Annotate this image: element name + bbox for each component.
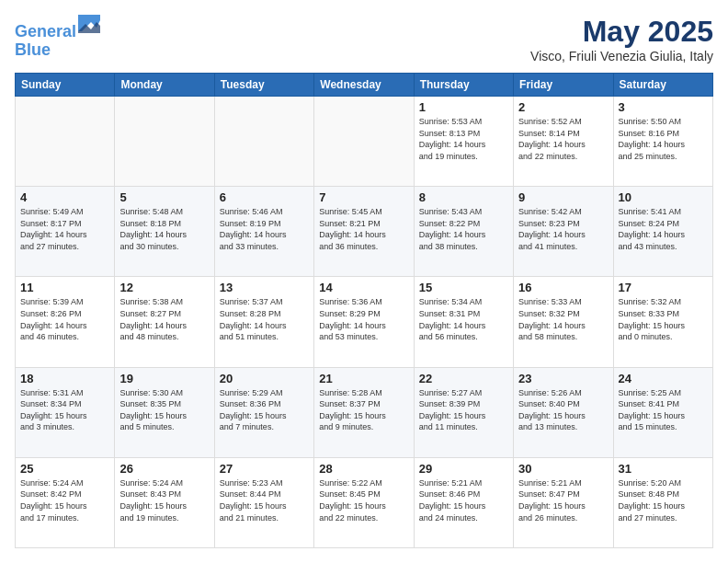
calendar-cell: 25Sunrise: 5:24 AM Sunset: 8:42 PM Dayli… [16, 457, 115, 547]
day-info: Sunrise: 5:48 AM Sunset: 8:18 PM Dayligh… [119, 206, 209, 252]
day-info: Sunrise: 5:24 AM Sunset: 8:43 PM Dayligh… [119, 477, 209, 523]
day-number: 5 [119, 190, 209, 204]
day-number: 30 [518, 462, 608, 476]
calendar-cell: 23Sunrise: 5:26 AM Sunset: 8:40 PM Dayli… [514, 367, 613, 457]
calendar-cell: 27Sunrise: 5:23 AM Sunset: 8:44 PM Dayli… [214, 457, 313, 547]
day-number: 16 [518, 281, 608, 294]
day-info: Sunrise: 5:41 AM Sunset: 8:24 PM Dayligh… [619, 206, 708, 252]
calendar-cell: 3Sunrise: 5:50 AM Sunset: 8:16 PM Daylig… [613, 97, 712, 187]
day-info: Sunrise: 5:23 AM Sunset: 8:44 PM Dayligh… [220, 477, 309, 523]
day-number: 27 [220, 462, 309, 476]
calendar-cell: 9Sunrise: 5:42 AM Sunset: 8:23 PM Daylig… [514, 187, 613, 277]
day-info: Sunrise: 5:43 AM Sunset: 8:22 PM Dayligh… [419, 206, 508, 252]
day-info: Sunrise: 5:21 AM Sunset: 8:46 PM Dayligh… [419, 477, 508, 523]
calendar-cell: 26Sunrise: 5:24 AM Sunset: 8:43 PM Dayli… [115, 457, 214, 547]
day-info: Sunrise: 5:32 AM Sunset: 8:33 PM Dayligh… [619, 296, 708, 342]
calendar-cell [16, 97, 115, 187]
day-number: 17 [619, 281, 708, 294]
calendar-cell [214, 97, 313, 187]
calendar-cell: 1Sunrise: 5:53 AM Sunset: 8:13 PM Daylig… [414, 97, 513, 187]
calendar-cell: 20Sunrise: 5:29 AM Sunset: 8:36 PM Dayli… [214, 367, 313, 457]
day-info: Sunrise: 5:22 AM Sunset: 8:45 PM Dayligh… [319, 477, 408, 523]
day-number: 7 [319, 190, 408, 204]
day-number: 11 [20, 281, 109, 294]
day-info: Sunrise: 5:46 AM Sunset: 8:19 PM Dayligh… [220, 206, 309, 252]
calendar-cell: 6Sunrise: 5:46 AM Sunset: 8:19 PM Daylig… [214, 187, 313, 277]
col-header-sunday: Sunday [16, 74, 115, 97]
day-number: 31 [619, 462, 708, 476]
col-header-thursday: Thursday [414, 74, 513, 97]
calendar-cell: 18Sunrise: 5:31 AM Sunset: 8:34 PM Dayli… [16, 367, 115, 457]
month-title: May 2025 [530, 15, 713, 49]
calendar-table: SundayMondayTuesdayWednesdayThursdayFrid… [15, 73, 713, 548]
day-info: Sunrise: 5:21 AM Sunset: 8:47 PM Dayligh… [518, 477, 608, 523]
day-info: Sunrise: 5:26 AM Sunset: 8:40 PM Dayligh… [518, 387, 608, 433]
day-info: Sunrise: 5:42 AM Sunset: 8:23 PM Dayligh… [518, 206, 608, 252]
calendar-cell [314, 97, 414, 187]
logo-icon [78, 15, 100, 37]
day-number: 23 [518, 372, 608, 385]
calendar-cell: 15Sunrise: 5:34 AM Sunset: 8:31 PM Dayli… [414, 277, 513, 367]
calendar-cell: 11Sunrise: 5:39 AM Sunset: 8:26 PM Dayli… [16, 277, 115, 367]
col-header-tuesday: Tuesday [214, 74, 313, 97]
day-number: 24 [619, 372, 708, 385]
col-header-wednesday: Wednesday [314, 74, 414, 97]
calendar-cell: 24Sunrise: 5:25 AM Sunset: 8:41 PM Dayli… [613, 367, 712, 457]
day-info: Sunrise: 5:34 AM Sunset: 8:31 PM Dayligh… [419, 296, 508, 342]
calendar-cell: 17Sunrise: 5:32 AM Sunset: 8:33 PM Dayli… [613, 277, 712, 367]
day-info: Sunrise: 5:50 AM Sunset: 8:16 PM Dayligh… [619, 116, 708, 162]
day-number: 6 [220, 190, 309, 204]
logo: General Blue [15, 15, 100, 60]
calendar-cell: 14Sunrise: 5:36 AM Sunset: 8:29 PM Dayli… [314, 277, 414, 367]
page: General Blue May 2025 Visco, Friuli Vene… [0, 0, 728, 563]
logo-blue: Blue [15, 41, 100, 60]
calendar-week-2: 4Sunrise: 5:49 AM Sunset: 8:17 PM Daylig… [16, 187, 713, 277]
day-number: 4 [20, 190, 109, 204]
day-number: 13 [220, 281, 309, 294]
day-number: 2 [518, 100, 608, 114]
day-info: Sunrise: 5:49 AM Sunset: 8:17 PM Dayligh… [20, 206, 109, 252]
day-info: Sunrise: 5:28 AM Sunset: 8:37 PM Dayligh… [319, 387, 408, 433]
day-info: Sunrise: 5:36 AM Sunset: 8:29 PM Dayligh… [319, 296, 408, 342]
day-info: Sunrise: 5:37 AM Sunset: 8:28 PM Dayligh… [220, 296, 309, 342]
day-number: 9 [518, 190, 608, 204]
logo-text: General [15, 15, 100, 41]
calendar-week-5: 25Sunrise: 5:24 AM Sunset: 8:42 PM Dayli… [16, 457, 713, 547]
day-number: 29 [419, 462, 508, 476]
calendar-cell: 12Sunrise: 5:38 AM Sunset: 8:27 PM Dayli… [115, 277, 214, 367]
day-number: 15 [419, 281, 508, 294]
day-number: 28 [319, 462, 408, 476]
calendar-cell: 30Sunrise: 5:21 AM Sunset: 8:47 PM Dayli… [514, 457, 613, 547]
calendar-cell: 8Sunrise: 5:43 AM Sunset: 8:22 PM Daylig… [414, 187, 513, 277]
day-info: Sunrise: 5:39 AM Sunset: 8:26 PM Dayligh… [20, 296, 109, 342]
day-number: 1 [419, 100, 508, 114]
day-info: Sunrise: 5:53 AM Sunset: 8:13 PM Dayligh… [419, 116, 508, 162]
calendar-cell: 5Sunrise: 5:48 AM Sunset: 8:18 PM Daylig… [115, 187, 214, 277]
day-number: 19 [119, 372, 209, 385]
day-number: 3 [619, 100, 708, 114]
day-number: 20 [220, 372, 309, 385]
calendar-cell: 7Sunrise: 5:45 AM Sunset: 8:21 PM Daylig… [314, 187, 414, 277]
day-info: Sunrise: 5:52 AM Sunset: 8:14 PM Dayligh… [518, 116, 608, 162]
day-number: 12 [119, 281, 209, 294]
calendar-cell: 28Sunrise: 5:22 AM Sunset: 8:45 PM Dayli… [314, 457, 414, 547]
calendar-week-4: 18Sunrise: 5:31 AM Sunset: 8:34 PM Dayli… [16, 367, 713, 457]
col-header-friday: Friday [514, 74, 613, 97]
calendar-cell [115, 97, 214, 187]
calendar-cell: 29Sunrise: 5:21 AM Sunset: 8:46 PM Dayli… [414, 457, 513, 547]
col-header-saturday: Saturday [613, 74, 712, 97]
calendar-cell: 16Sunrise: 5:33 AM Sunset: 8:32 PM Dayli… [514, 277, 613, 367]
calendar-cell: 13Sunrise: 5:37 AM Sunset: 8:28 PM Dayli… [214, 277, 313, 367]
calendar-cell: 10Sunrise: 5:41 AM Sunset: 8:24 PM Dayli… [613, 187, 712, 277]
day-number: 21 [319, 372, 408, 385]
day-info: Sunrise: 5:29 AM Sunset: 8:36 PM Dayligh… [220, 387, 309, 433]
calendar-cell: 31Sunrise: 5:20 AM Sunset: 8:48 PM Dayli… [613, 457, 712, 547]
day-info: Sunrise: 5:38 AM Sunset: 8:27 PM Dayligh… [119, 296, 209, 342]
day-info: Sunrise: 5:30 AM Sunset: 8:35 PM Dayligh… [119, 387, 209, 433]
day-info: Sunrise: 5:31 AM Sunset: 8:34 PM Dayligh… [20, 387, 109, 433]
day-info: Sunrise: 5:20 AM Sunset: 8:48 PM Dayligh… [619, 477, 708, 523]
day-number: 8 [419, 190, 508, 204]
title-block: May 2025 Visco, Friuli Venezia Giulia, I… [530, 15, 713, 63]
day-number: 22 [419, 372, 508, 385]
calendar-body: 1Sunrise: 5:53 AM Sunset: 8:13 PM Daylig… [16, 97, 713, 548]
